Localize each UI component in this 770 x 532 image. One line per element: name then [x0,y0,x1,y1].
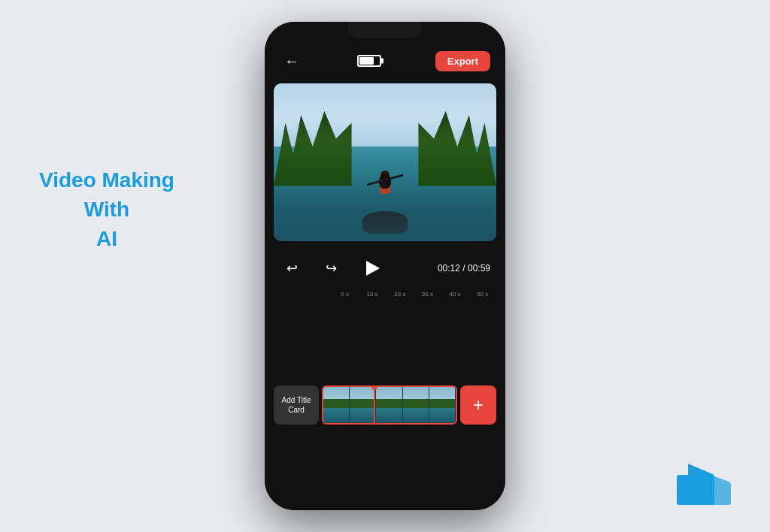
svg-rect-2 [699,482,731,505]
add-title-card-button[interactable]: Add Title Card [274,385,319,425]
hero-line1: Video Making [39,165,174,195]
hero-label: Video Making With AI [39,165,174,254]
timeline-ruler: 0 s 10 s 20 s 30 s 40 s 50 s [265,289,505,299]
ruler-tick-10s: 10 s [359,291,387,298]
play-button[interactable] [358,255,385,282]
video-preview [274,83,496,241]
clip-frame-4 [403,387,429,423]
ruler-tick-30s: 30 s [414,291,441,298]
hero-line3: AI [39,224,174,253]
timeline-scroll[interactable]: Add Title Card [265,299,505,510]
playback-controls: ↩ ↪ 00:12 / 00:59 [265,247,505,286]
battery-fill [359,57,373,65]
timeline-area: 0 s 10 s 20 s 30 s 40 s 50 s Add Title C… [265,286,505,510]
clip-frame-2 [350,387,376,423]
svg-marker-1 [688,464,714,475]
phone-body: ← Export [265,22,505,510]
play-icon [366,261,380,276]
water-reflection [274,178,496,241]
battery-icon [357,55,381,67]
screen: ← Export [265,22,505,510]
video-scene [274,83,496,241]
export-button[interactable]: Export [435,51,490,71]
redo-button[interactable]: ↪ [319,256,343,280]
time-display: 00:12 / 00:59 [438,263,490,274]
time-current: 00:12 [438,263,460,274]
playhead [374,385,375,425]
undo-button[interactable]: ↩ [280,256,304,280]
hero-line2: With [39,195,174,224]
time-total: 00:59 [468,263,490,274]
ruler-tick-40s: 40 s [441,291,469,298]
clip-frame-5 [429,387,456,423]
ruler-tick-50s: 50 s [468,291,496,298]
clip-frame-3 [376,387,402,423]
back-button[interactable]: ← [280,49,304,73]
phone-notch [347,22,423,38]
ruler-tick-20s: 20 s [386,291,414,298]
clip-frame-1 [323,387,350,423]
ruler-tick-0s: 0 s [331,291,359,298]
clip-strip[interactable] [322,385,457,425]
add-clip-button[interactable]: + [460,385,496,425]
phone-device: ← Export [265,22,505,510]
time-separator: / [460,263,468,274]
brand-logo [677,460,731,505]
